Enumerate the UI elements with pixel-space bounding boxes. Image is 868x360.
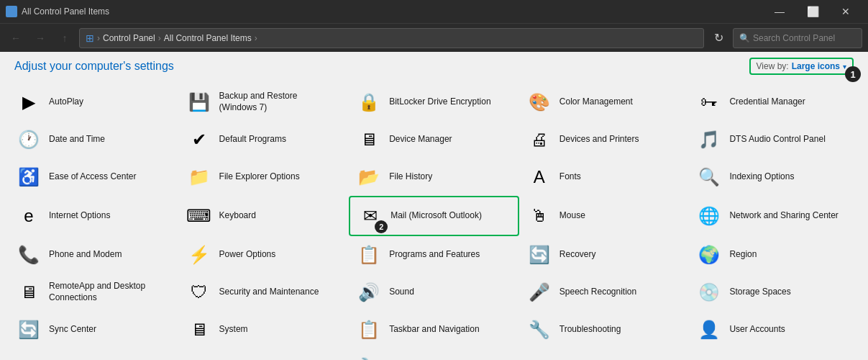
item-label: DTS Audio Control Panel bbox=[729, 134, 825, 145]
list-item[interactable]: AFonts bbox=[519, 158, 690, 196]
list-item[interactable]: 🌍Region bbox=[689, 236, 859, 274]
view-by-wrapper: View by: Large icons ▾ 1 bbox=[749, 58, 854, 75]
list-item[interactable]: 🔄Sync Center bbox=[9, 311, 179, 348]
address-bar: ← → ↑ ⊞ › Control Panel › All Control Pa… bbox=[0, 23, 868, 52]
list-item[interactable]: 📋Taskbar and Navigation bbox=[349, 311, 519, 348]
back-button[interactable]: ← bbox=[6, 28, 26, 48]
list-item[interactable]: 🔒BitLocker Drive Encryption bbox=[349, 84, 519, 121]
list-item[interactable]: 🖨Devices and Printers bbox=[519, 121, 690, 158]
list-item[interactable]: 🎤Speech Recognition bbox=[519, 274, 690, 311]
item-icon: 👤 bbox=[696, 317, 722, 343]
item-icon: 🔧 bbox=[356, 354, 382, 360]
close-button[interactable]: ✕ bbox=[829, 0, 862, 23]
list-item[interactable]: ⌨Keyboard bbox=[179, 196, 350, 236]
maximize-button[interactable]: ⬜ bbox=[796, 0, 829, 23]
item-label: Network and Sharing Center bbox=[729, 210, 838, 222]
item-label: Recovery bbox=[559, 249, 596, 261]
item-icon: 🎤 bbox=[526, 279, 552, 305]
item-label: BitLocker Drive Encryption bbox=[389, 96, 490, 108]
item-icon: ✔ bbox=[186, 127, 212, 153]
list-item[interactable]: 🖱Mouse bbox=[519, 196, 690, 236]
item-icon: 💿 bbox=[696, 279, 722, 305]
item-icon: 🖨 bbox=[526, 127, 552, 153]
list-item[interactable]: 🖥Device Manager bbox=[349, 121, 519, 158]
item-label: Security and Maintenance bbox=[219, 287, 319, 298]
item-icon: 📋 bbox=[356, 317, 382, 343]
item-label: Sync Center bbox=[49, 324, 96, 336]
list-item[interactable]: 🔧Windows Tools bbox=[349, 348, 519, 360]
list-item[interactable]: ✔Default Programs bbox=[179, 121, 350, 158]
content-area: Adjust your computer's settings View by:… bbox=[0, 52, 868, 360]
content-header: Adjust your computer's settings View by:… bbox=[0, 52, 868, 81]
item-icon: 🖱 bbox=[526, 203, 552, 229]
item-label: File Explorer Options bbox=[219, 171, 300, 183]
item-label: User Accounts bbox=[729, 324, 785, 336]
list-item[interactable]: 👤User Accounts bbox=[689, 311, 859, 348]
item-label: Credential Manager bbox=[729, 96, 805, 108]
item-icon: 🗝 bbox=[696, 89, 722, 115]
view-by-dropdown[interactable]: View by: Large icons ▾ 1 bbox=[749, 58, 854, 75]
refresh-button[interactable]: ↻ bbox=[708, 28, 728, 48]
item-icon: 🕐 bbox=[16, 127, 42, 153]
list-item[interactable]: 🗝Credential Manager bbox=[689, 84, 859, 121]
item-label: Backup and Restore(Windows 7) bbox=[219, 91, 298, 113]
item-icon: 🛡 bbox=[16, 354, 42, 360]
window-title: All Control Panel Items bbox=[22, 6, 109, 17]
item-icon: 🎨 bbox=[526, 89, 552, 115]
list-item[interactable]: 🔄Recovery bbox=[519, 236, 690, 274]
list-item[interactable]: 📁File Explorer Options bbox=[179, 158, 350, 196]
list-item[interactable]: 🔊Sound bbox=[349, 274, 519, 311]
item-icon: 🖥 bbox=[16, 279, 42, 305]
list-item[interactable]: ⚡Power Options bbox=[179, 236, 350, 274]
forward-button[interactable]: → bbox=[30, 28, 50, 48]
item-icon: 🎵 bbox=[696, 127, 722, 153]
search-icon: 🔍 bbox=[739, 33, 750, 43]
minimize-button[interactable]: — bbox=[763, 0, 796, 23]
search-placeholder: Search Control Panel bbox=[753, 33, 835, 43]
list-item[interactable]: 🛡Windows Defender Firewall bbox=[9, 348, 179, 360]
list-item[interactable]: ▶AutoPlay bbox=[9, 84, 179, 121]
address-field[interactable]: ⊞ › Control Panel › All Control Panel It… bbox=[79, 28, 704, 48]
title-bar: All Control Panel Items — ⬜ ✕ bbox=[0, 0, 868, 23]
list-item[interactable]: 💻Windows Mobility Center bbox=[179, 348, 350, 360]
item-icon: 🌐 bbox=[696, 203, 722, 229]
item-icon: 📁 bbox=[186, 164, 212, 190]
item-icon: 🔄 bbox=[16, 317, 42, 343]
list-item[interactable]: 📂File History bbox=[349, 158, 519, 196]
breadcrumb: ⊞ › Control Panel › All Control Panel It… bbox=[86, 32, 259, 44]
list-item[interactable]: ♿Ease of Access Center bbox=[9, 158, 179, 196]
list-item[interactable]: 📋Programs and Features bbox=[349, 236, 519, 274]
item-icon: 🔒 bbox=[356, 89, 382, 115]
item-label: System bbox=[219, 324, 248, 336]
list-item[interactable]: 🔧Troubleshooting bbox=[519, 311, 690, 348]
list-item[interactable]: 🖥RemoteApp and Desktop Connections bbox=[9, 274, 179, 311]
item-icon: 🌍 bbox=[696, 242, 722, 268]
item-label: Default Programs bbox=[219, 134, 286, 145]
list-item[interactable]: ✉2Mail (Microsoft Outlook) bbox=[349, 196, 519, 236]
list-item[interactable]: 🎵DTS Audio Control Panel bbox=[689, 121, 859, 158]
list-item[interactable]: 🔍Indexing Options bbox=[689, 158, 859, 196]
item-icon: 🖥 bbox=[186, 317, 212, 343]
item-label: Date and Time bbox=[49, 134, 105, 145]
item-icon: 🔄 bbox=[526, 242, 552, 268]
list-item[interactable]: eInternet Options bbox=[9, 196, 179, 236]
list-item[interactable]: 💿Storage Spaces bbox=[689, 274, 859, 311]
item-label: Mail (Microsoft Outlook) bbox=[390, 210, 482, 222]
view-by-label: View by: bbox=[757, 61, 789, 71]
list-item[interactable]: 🖥System bbox=[179, 311, 350, 348]
list-item[interactable]: 💾Backup and Restore(Windows 7) bbox=[179, 84, 350, 121]
page-title: Adjust your computer's settings bbox=[14, 60, 174, 73]
item-icon: 🖥 bbox=[356, 127, 382, 153]
list-item[interactable]: 🕐Date and Time bbox=[9, 121, 179, 158]
list-item[interactable]: 🛡Security and Maintenance bbox=[179, 274, 350, 311]
up-button[interactable]: ↑ bbox=[55, 28, 75, 48]
list-item[interactable]: 🌐Network and Sharing Center bbox=[689, 196, 859, 236]
list-item[interactable]: 📁Work Folders bbox=[519, 348, 690, 360]
list-item[interactable]: 📞Phone and Modem bbox=[9, 236, 179, 274]
item-label: Programs and Features bbox=[389, 249, 480, 261]
items-grid: ▶AutoPlay💾Backup and Restore(Windows 7)🔒… bbox=[0, 81, 868, 360]
title-bar-controls[interactable]: — ⬜ ✕ bbox=[763, 0, 862, 23]
item-label: Devices and Printers bbox=[559, 134, 639, 145]
list-item[interactable]: 🎨Color Management bbox=[519, 84, 690, 121]
search-box[interactable]: 🔍 Search Control Panel bbox=[733, 28, 862, 48]
